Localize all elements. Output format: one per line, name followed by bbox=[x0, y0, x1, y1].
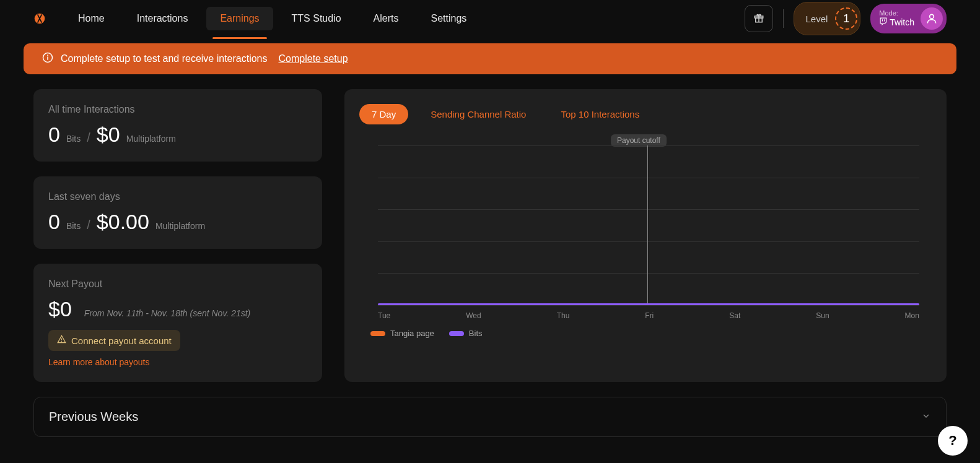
nav-earnings[interactable]: Earnings bbox=[206, 7, 273, 30]
chart-tabs: 7 Day Sending Channel Ratio Top 10 Inter… bbox=[359, 104, 932, 124]
x-tick: Tue bbox=[378, 311, 390, 320]
nav: Home Interactions Earnings TTS Studio Al… bbox=[64, 7, 480, 30]
last-seven-bits-unit: Bits bbox=[66, 221, 81, 231]
learn-payouts-link[interactable]: Learn more about payouts bbox=[48, 357, 307, 367]
header: Home Interactions Earnings TTS Studio Al… bbox=[0, 0, 980, 37]
gift-button[interactable] bbox=[745, 5, 773, 32]
all-time-values: 0 Bits / $0 Multiplatform bbox=[48, 123, 307, 147]
tab-channel-ratio[interactable]: Sending Channel Ratio bbox=[418, 104, 538, 124]
all-time-money: $0 bbox=[97, 123, 120, 147]
swatch-icon bbox=[449, 331, 464, 336]
all-time-card: All time Interactions 0 Bits / $0 Multip… bbox=[33, 89, 322, 162]
chart bbox=[378, 145, 919, 305]
legend-bits: Bits bbox=[449, 329, 483, 338]
setup-banner: Complete setup to test and receive inter… bbox=[24, 43, 956, 74]
x-tick: Thu bbox=[557, 311, 570, 320]
chart-wrap: Payout cutoff Tue Wed Thu Fri Sat Sun Mo… bbox=[359, 139, 932, 371]
twitch-icon bbox=[879, 17, 887, 28]
x-tick: Fri bbox=[645, 311, 654, 320]
nav-interactions[interactable]: Interactions bbox=[123, 7, 202, 30]
legend: Tangia page Bits bbox=[370, 329, 919, 338]
last-seven-values: 0 Bits / $0.00 Multiplatform bbox=[48, 210, 307, 234]
level-value: 1 bbox=[835, 7, 857, 30]
tab-7day[interactable]: 7 Day bbox=[359, 104, 408, 124]
mode-value: Twitch bbox=[879, 17, 914, 28]
legend-label: Bits bbox=[469, 329, 483, 338]
gridline bbox=[378, 241, 919, 242]
svg-point-4 bbox=[930, 14, 934, 19]
previous-weeks-title: Previous Weeks bbox=[49, 410, 138, 424]
last-seven-money: $0.00 bbox=[97, 210, 149, 234]
nav-tts-studio[interactable]: TTS Studio bbox=[278, 7, 355, 30]
gridline bbox=[378, 305, 919, 306]
slash: / bbox=[87, 218, 90, 232]
last-seven-card: Last seven days 0 Bits / $0.00 Multiplat… bbox=[33, 176, 322, 249]
banner-text: Complete setup to test and receive inter… bbox=[61, 53, 268, 64]
header-right: Level 1 Mode: Twitch bbox=[745, 2, 947, 35]
payout-card: Next Payout $0 From Nov. 11th - Nov. 18t… bbox=[33, 264, 322, 382]
svg-point-9 bbox=[61, 341, 62, 342]
gridline bbox=[378, 178, 919, 178]
mode-label: Mode: bbox=[879, 9, 914, 17]
main: All time Interactions 0 Bits / $0 Multip… bbox=[0, 74, 980, 382]
connect-payout-label: Connect payout account bbox=[71, 335, 172, 346]
last-seven-money-unit: Multiplatform bbox=[155, 221, 205, 231]
chart-panel: 7 Day Sending Channel Ratio Top 10 Inter… bbox=[344, 89, 947, 382]
divider bbox=[783, 9, 784, 28]
chevron-down-icon bbox=[921, 411, 931, 423]
complete-setup-link[interactable]: Complete setup bbox=[279, 53, 348, 64]
svg-point-7 bbox=[47, 54, 48, 56]
gridline bbox=[378, 209, 919, 210]
nav-settings[interactable]: Settings bbox=[418, 7, 481, 30]
x-tick: Sun bbox=[816, 311, 829, 320]
all-time-bits: 0 bbox=[48, 123, 60, 147]
all-time-bits-unit: Bits bbox=[66, 134, 81, 144]
legend-label: Tangia page bbox=[390, 329, 434, 338]
level-label: Level bbox=[805, 14, 828, 24]
payout-label: Next Payout bbox=[48, 279, 307, 290]
payout-range: From Nov. 11th - Nov. 18th (sent Nov. 21… bbox=[84, 308, 250, 318]
warning-icon bbox=[57, 335, 66, 346]
mode-badge[interactable]: Mode: Twitch bbox=[870, 4, 947, 33]
gift-icon bbox=[753, 12, 764, 25]
all-time-label: All time Interactions bbox=[48, 104, 307, 115]
gridline bbox=[378, 145, 919, 146]
stats-column: All time Interactions 0 Bits / $0 Multip… bbox=[33, 89, 322, 382]
x-tick: Mon bbox=[905, 311, 919, 320]
previous-weeks-toggle[interactable]: Previous Weeks bbox=[33, 397, 947, 437]
all-time-money-unit: Multiplatform bbox=[126, 134, 176, 144]
swatch-icon bbox=[370, 331, 385, 336]
info-icon bbox=[42, 52, 53, 66]
legend-tangia: Tangia page bbox=[370, 329, 434, 338]
tab-top10[interactable]: Top 10 Interactions bbox=[548, 104, 652, 124]
last-seven-label: Last seven days bbox=[48, 191, 307, 202]
mode-text: Mode: Twitch bbox=[879, 9, 914, 28]
help-button[interactable]: ? bbox=[938, 426, 968, 456]
nav-home[interactable]: Home bbox=[64, 7, 118, 30]
slash: / bbox=[87, 131, 90, 145]
x-tick: Wed bbox=[466, 311, 481, 320]
payout-value: $0 bbox=[48, 297, 72, 321]
avatar-icon bbox=[921, 7, 943, 30]
last-seven-bits: 0 bbox=[48, 210, 60, 234]
cutoff-label: Payout cutoff bbox=[611, 134, 667, 147]
gridline bbox=[378, 273, 919, 274]
connect-payout-button[interactable]: Connect payout account bbox=[48, 330, 180, 351]
payout-values: $0 From Nov. 11th - Nov. 18th (sent Nov.… bbox=[48, 297, 307, 321]
nav-alerts[interactable]: Alerts bbox=[360, 7, 413, 30]
level-badge[interactable]: Level 1 bbox=[794, 2, 860, 35]
logo-icon bbox=[33, 12, 46, 25]
cutoff-line bbox=[647, 145, 648, 305]
chart-baseline bbox=[378, 303, 919, 305]
x-axis: Tue Wed Thu Fri Sat Sun Mon bbox=[378, 311, 919, 320]
x-tick: Sat bbox=[729, 311, 740, 320]
